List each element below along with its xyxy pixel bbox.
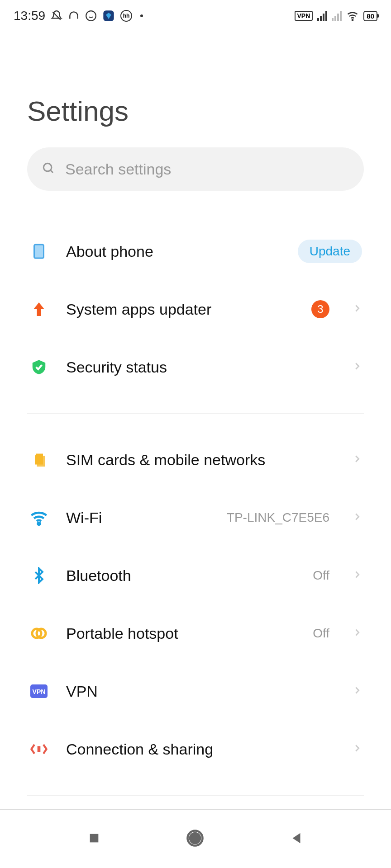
divider xyxy=(27,795,364,796)
app-icon xyxy=(102,9,115,22)
chevron-right-icon xyxy=(352,743,362,755)
status-bar: 13:59 hh VPN xyxy=(0,0,391,32)
page-title: Settings xyxy=(27,95,364,127)
row-sim[interactable]: SIM cards & mobile networks xyxy=(27,431,364,489)
svg-point-4 xyxy=(43,163,52,171)
chevron-right-icon xyxy=(352,303,362,315)
svg-line-5 xyxy=(50,170,53,173)
shield-icon xyxy=(29,357,49,377)
row-label: System apps updater xyxy=(66,301,294,318)
search-icon xyxy=(42,161,55,177)
nav-bar xyxy=(0,809,391,868)
dnd-icon xyxy=(51,10,62,22)
row-value: Off xyxy=(313,568,329,583)
row-label: Bluetooth xyxy=(66,567,296,585)
vpn-icon: VPN xyxy=(29,681,49,701)
signal-weak-icon xyxy=(332,11,342,21)
svg-point-7 xyxy=(38,523,40,525)
chevron-right-icon xyxy=(352,627,362,639)
nav-recent-button[interactable] xyxy=(87,831,101,847)
row-label: Security status xyxy=(66,359,329,376)
svg-point-14 xyxy=(190,833,200,843)
row-connection[interactable]: Connection & sharing xyxy=(27,720,364,778)
chevron-right-icon xyxy=(352,512,362,524)
svg-point-1 xyxy=(86,11,96,21)
nav-home-button[interactable] xyxy=(185,828,205,850)
signal-icon xyxy=(317,11,327,21)
badge-count: 3 xyxy=(311,300,329,318)
row-wifi[interactable]: Wi-Fi TP-LINK_C7E5E6 xyxy=(27,489,364,547)
row-value: TP-LINK_C7E5E6 xyxy=(227,510,329,525)
hh-icon: hh xyxy=(120,10,132,22)
chevron-right-icon xyxy=(352,454,362,466)
row-system-updater[interactable]: System apps updater 3 xyxy=(27,280,364,338)
hotspot-icon xyxy=(29,623,49,643)
status-left: 13:59 hh xyxy=(14,9,143,23)
row-value: Off xyxy=(313,626,329,641)
content-area: Settings About phone Update System apps … xyxy=(0,95,391,796)
row-about-phone[interactable]: About phone Update xyxy=(27,222,364,280)
row-label: Wi-Fi xyxy=(66,509,210,527)
row-label: About phone xyxy=(66,243,281,260)
nav-back-button[interactable] xyxy=(289,830,304,848)
sim-icon xyxy=(29,450,49,470)
phone-icon xyxy=(29,241,49,261)
row-label: Connection & sharing xyxy=(66,741,329,758)
wifi-icon xyxy=(29,508,49,528)
row-bluetooth[interactable]: Bluetooth Off xyxy=(27,547,364,604)
svg-rect-12 xyxy=(90,834,99,843)
row-security[interactable]: Security status xyxy=(27,338,364,396)
row-label: SIM cards & mobile networks xyxy=(66,451,329,469)
status-right: VPN 80 xyxy=(295,9,377,22)
chevron-right-icon xyxy=(352,361,362,373)
update-arrow-icon xyxy=(29,299,49,319)
row-hotspot[interactable]: Portable hotspot Off xyxy=(27,604,364,662)
svg-point-3 xyxy=(352,19,353,20)
headphones-icon xyxy=(68,10,80,22)
row-label: Portable hotspot xyxy=(66,625,296,642)
chevron-right-icon xyxy=(352,570,362,581)
chevron-right-icon xyxy=(352,685,362,697)
bluetooth-icon xyxy=(29,566,49,585)
status-time: 13:59 xyxy=(14,9,45,23)
svg-rect-6 xyxy=(34,245,44,258)
overflow-dot-icon xyxy=(140,14,143,17)
row-vpn[interactable]: VPN VPN xyxy=(27,662,364,720)
row-label: VPN xyxy=(66,683,329,700)
vpn-indicator: VPN xyxy=(295,11,313,21)
battery-indicator: 80 xyxy=(363,11,377,21)
search-input[interactable] xyxy=(65,160,349,178)
connection-icon xyxy=(29,739,49,759)
search-box[interactable] xyxy=(27,147,364,191)
divider xyxy=(27,413,364,414)
whatsapp-icon xyxy=(85,10,97,22)
update-pill[interactable]: Update xyxy=(298,240,362,263)
svg-text:VPN: VPN xyxy=(33,688,46,695)
wifi-status-icon xyxy=(346,9,359,22)
